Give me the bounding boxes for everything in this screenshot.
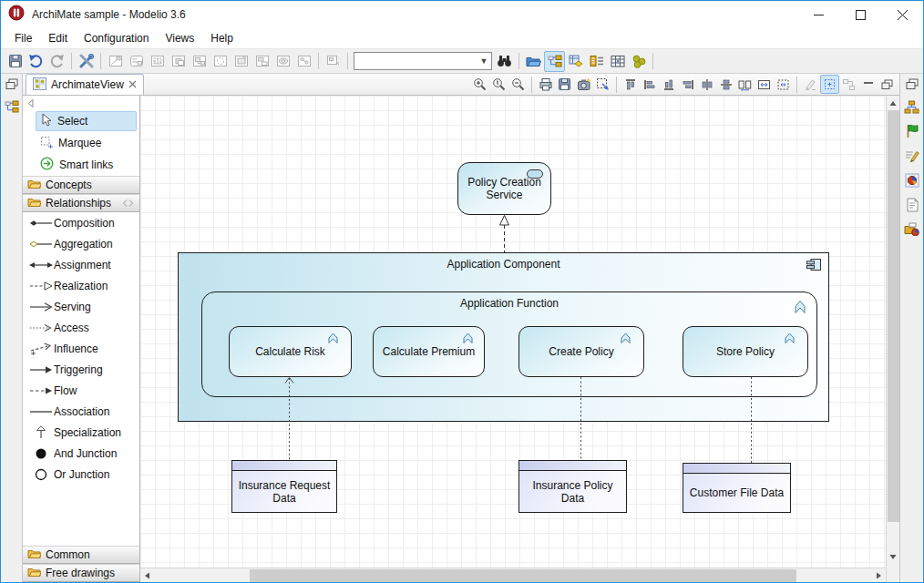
relationship-label: Or Junction bbox=[54, 468, 109, 481]
menu-configuration[interactable]: Configuration bbox=[76, 29, 157, 47]
palette-group-concepts[interactable]: Concepts bbox=[23, 176, 139, 194]
export-selection-button[interactable] bbox=[593, 75, 612, 94]
palette-item-realization[interactable]: Realization bbox=[23, 275, 139, 296]
diagram-editor: ArchimateView bbox=[23, 74, 899, 582]
import-model-button[interactable] bbox=[904, 222, 919, 240]
palette-group-common[interactable]: Common bbox=[23, 546, 139, 564]
maximize-button[interactable] bbox=[839, 1, 881, 28]
audit-list-button[interactable] bbox=[586, 51, 607, 72]
palette-item-triggering[interactable]: Triggering bbox=[23, 359, 139, 380]
save-button[interactable] bbox=[5, 51, 26, 72]
palette-item-composition[interactable]: Composition bbox=[23, 212, 139, 233]
node-create-policy[interactable]: Create Policy bbox=[518, 326, 644, 377]
palette-collapse-button[interactable] bbox=[23, 96, 139, 110]
search-input[interactable] bbox=[354, 54, 477, 68]
align-right-button[interactable] bbox=[678, 75, 697, 94]
search-combobox[interactable]: ▼ bbox=[354, 52, 492, 70]
fit-selection-button[interactable] bbox=[774, 75, 793, 94]
scroll-left-icon[interactable] bbox=[144, 572, 150, 581]
snap-to-grid-button[interactable] bbox=[820, 75, 839, 94]
model-tree-button[interactable] bbox=[5, 100, 19, 117]
close-button[interactable] bbox=[881, 1, 923, 28]
restore-pane-button[interactable] bbox=[906, 77, 919, 94]
hierarchy-diagram-button[interactable] bbox=[904, 100, 919, 118]
search-button[interactable] bbox=[494, 51, 515, 72]
editor-tabbar: ArchimateView bbox=[23, 74, 899, 96]
palette-item-and-junction[interactable]: And Junction bbox=[23, 443, 139, 464]
chevron-down-icon[interactable]: ▼ bbox=[477, 56, 491, 66]
configure-tools-button[interactable] bbox=[76, 51, 97, 72]
scroll-down-icon[interactable] bbox=[889, 554, 897, 562]
palette-item-specialization[interactable]: Specialization bbox=[23, 422, 139, 443]
tool-smart-links[interactable]: Smart links bbox=[36, 155, 137, 175]
node-insurance-request-data[interactable]: Insurance Request Data bbox=[231, 460, 337, 513]
horizontal-scrollbar[interactable] bbox=[140, 568, 886, 582]
model-statistics-button[interactable] bbox=[905, 173, 919, 191]
node-calculate-premium[interactable]: Calculate Premium bbox=[373, 326, 485, 377]
tab-label: ArchimateView bbox=[51, 78, 124, 91]
notes-button[interactable] bbox=[906, 198, 919, 216]
scroll-up-icon[interactable] bbox=[889, 100, 897, 108]
palette-item-flow[interactable]: Flow bbox=[23, 380, 139, 401]
restore-pane-button[interactable] bbox=[5, 77, 18, 94]
redo-button[interactable] bbox=[46, 51, 67, 72]
node-calculate-risk[interactable]: Calculate Risk bbox=[229, 326, 352, 377]
palette-item-assignment[interactable]: Assignment bbox=[23, 254, 139, 275]
open-folder-button[interactable] bbox=[523, 51, 544, 72]
close-tab-icon[interactable] bbox=[128, 78, 137, 91]
matrix-view-button[interactable] bbox=[607, 51, 628, 72]
palette-group-free-drawings[interactable]: Free drawings bbox=[23, 564, 139, 582]
align-top-button[interactable] bbox=[621, 75, 640, 94]
menu-file[interactable]: File bbox=[6, 29, 40, 47]
vertical-scrollbar[interactable] bbox=[886, 96, 899, 582]
zoom-actual-button[interactable] bbox=[489, 75, 508, 94]
palette-item-association[interactable]: Association bbox=[23, 401, 139, 422]
horizontal-scroll-thumb[interactable] bbox=[250, 569, 796, 582]
palette-item-access[interactable]: Access bbox=[23, 317, 139, 338]
annotation-pen-button[interactable] bbox=[904, 148, 919, 167]
tool-marquee[interactable]: Marquee bbox=[36, 133, 137, 153]
palette-item-or-junction[interactable]: Or Junction bbox=[23, 464, 139, 485]
node-insurance-policy-data[interactable]: Insurance Policy Data bbox=[518, 460, 627, 513]
zoom-out-button[interactable] bbox=[508, 75, 528, 94]
menu-edit[interactable]: Edit bbox=[40, 29, 76, 47]
palette-item-influence[interactable]: Influence bbox=[23, 338, 139, 359]
same-size-button[interactable] bbox=[735, 75, 755, 94]
node-policy-creation-service[interactable]: Policy Creation Service bbox=[457, 162, 551, 215]
palette-item-aggregation[interactable]: Aggregation bbox=[23, 233, 139, 254]
scroll-right-icon[interactable] bbox=[876, 572, 882, 581]
palette-item-serving[interactable]: Serving bbox=[23, 296, 139, 317]
align-bottom-button[interactable] bbox=[659, 75, 678, 94]
center-horizontally-button[interactable] bbox=[697, 75, 716, 94]
tab-archimateview[interactable]: ArchimateView bbox=[26, 74, 144, 95]
minimize-editor-button[interactable] bbox=[858, 75, 878, 94]
green-flag-button[interactable] bbox=[905, 124, 919, 142]
palette-group-relationships[interactable]: Relationships bbox=[23, 194, 139, 212]
style-pen-button bbox=[801, 75, 820, 94]
restore-editor-button[interactable] bbox=[878, 75, 897, 94]
screenshot-button[interactable] bbox=[574, 75, 593, 94]
menu-views[interactable]: Views bbox=[157, 29, 202, 47]
model-explorer-button[interactable] bbox=[544, 51, 565, 72]
print-button[interactable] bbox=[536, 75, 555, 94]
pin-palette-icon[interactable] bbox=[123, 197, 135, 210]
diagram-explorer-button[interactable] bbox=[565, 51, 586, 72]
minimize-button[interactable] bbox=[797, 1, 839, 28]
fit-width-button[interactable] bbox=[755, 75, 774, 94]
tool-select[interactable]: Select bbox=[36, 111, 137, 131]
align-left-button[interactable] bbox=[640, 75, 659, 94]
menu-help[interactable]: Help bbox=[202, 29, 241, 47]
tool-label: Marquee bbox=[58, 137, 101, 149]
diagram-canvas[interactable]: Application Component Application Functi… bbox=[140, 96, 886, 568]
vertical-scroll-thumb[interactable] bbox=[888, 110, 899, 522]
undo-button[interactable] bbox=[26, 51, 46, 72]
node-customer-file-data[interactable]: Customer File Data bbox=[683, 463, 791, 513]
node-store-policy[interactable]: Store Policy bbox=[683, 326, 808, 377]
modelio-logo-icon bbox=[8, 5, 25, 25]
palette: Select Marquee Smart links Concepts bbox=[23, 96, 140, 582]
toolbar-separator bbox=[318, 53, 319, 69]
archimate-perspective-button[interactable] bbox=[628, 51, 649, 72]
center-vertically-button[interactable] bbox=[716, 75, 735, 94]
zoom-in-button[interactable] bbox=[470, 75, 489, 94]
save-image-button[interactable] bbox=[555, 75, 574, 94]
